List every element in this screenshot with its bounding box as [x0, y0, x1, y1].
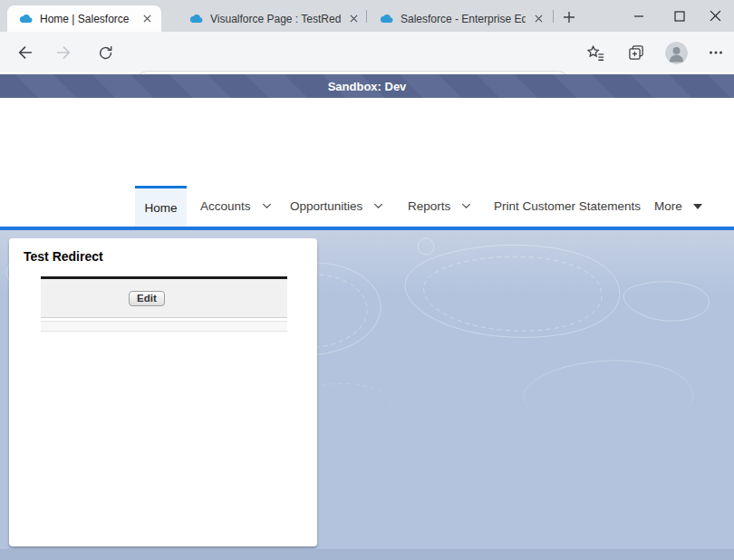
- forward-arrow-icon: [53, 43, 73, 63]
- nav-tab-label: Reports: [408, 199, 450, 213]
- browser-window: Home | Salesforce Visualforce Page : Tes…: [0, 0, 734, 560]
- main-content: Test Redirect Edit: [0, 230, 734, 560]
- nav-tab-label: Accounts: [200, 199, 251, 213]
- tab-visualforce-page[interactable]: Visualforce Page : TestRed: [178, 5, 364, 32]
- home-card: Test Redirect Edit: [9, 238, 317, 546]
- browser-menu-button[interactable]: [703, 40, 729, 65]
- minimize-icon: [633, 11, 644, 22]
- nav-tab-opportunities[interactable]: Opportunities: [290, 186, 383, 227]
- plus-icon: [563, 11, 575, 24]
- forward-button[interactable]: [52, 41, 75, 64]
- triangle-down-icon: [693, 204, 702, 209]
- tab-close-icon[interactable]: [346, 12, 361, 26]
- sandbox-banner: Sandbox: Dev: [0, 74, 734, 98]
- edit-button[interactable]: Edit: [129, 291, 165, 306]
- salesforce-cloud-favicon: [379, 12, 393, 26]
- tab-close-icon[interactable]: [140, 12, 154, 26]
- chevron-down-icon[interactable]: [461, 203, 471, 209]
- lightning-nav-bar: Home Accounts Opportunities Reports Prin…: [0, 186, 734, 227]
- visualforce-sub-strip: [41, 321, 287, 332]
- visualforce-section: Edit: [41, 276, 287, 318]
- refresh-icon: [97, 44, 114, 62]
- tab-title: Home | Salesforce: [40, 13, 134, 25]
- tab-separator: [366, 10, 367, 23]
- tab-separator: [553, 10, 554, 23]
- salesforce-cloud-favicon: [18, 12, 33, 26]
- chevron-down-icon[interactable]: [373, 203, 383, 209]
- salesforce-cloud-favicon: [188, 12, 203, 26]
- nav-more-menu[interactable]: More: [654, 186, 702, 227]
- back-arrow-icon: [15, 43, 35, 63]
- ellipsis-icon: [708, 44, 724, 61]
- nav-tab-label: Home: [144, 201, 177, 215]
- chevron-down-icon[interactable]: [262, 203, 272, 209]
- collections-button[interactable]: [623, 40, 649, 65]
- favorites-star-list-icon: [586, 43, 605, 63]
- tab-title: Visualforce Page : TestRed: [210, 13, 341, 25]
- maximize-icon: [674, 11, 685, 22]
- tab-home-salesforce[interactable]: Home | Salesforce: [7, 5, 161, 32]
- browser-toolbar: https://cs34.lightning.force.com/lightni…: [0, 32, 734, 72]
- window-minimize-button[interactable]: [618, 0, 659, 32]
- tab-salesforce-enterprise[interactable]: Salesforce - Enterprise Ed: [370, 5, 549, 32]
- nav-tab-home[interactable]: Home: [135, 186, 187, 227]
- tab-close-icon[interactable]: [531, 12, 546, 26]
- nav-tab-label: Opportunities: [290, 199, 362, 213]
- window-close-button[interactable]: [695, 0, 734, 32]
- tab-strip: Home | Salesforce Visualforce Page : Tes…: [0, 0, 734, 32]
- profile-button[interactable]: [663, 40, 689, 65]
- nav-tab-accounts[interactable]: Accounts: [200, 186, 272, 227]
- collections-icon: [627, 43, 645, 62]
- close-icon: [710, 10, 721, 22]
- tab-title: Salesforce - Enterprise Ed: [401, 13, 526, 25]
- refresh-button[interactable]: [93, 41, 117, 64]
- nav-tab-label: More: [654, 199, 682, 213]
- favorites-button[interactable]: [583, 40, 608, 65]
- back-button[interactable]: [14, 41, 37, 64]
- sandbox-banner-text: Sandbox: Dev: [328, 80, 407, 93]
- nav-tab-print-customer-statements[interactable]: Print Customer Statements: [494, 186, 641, 227]
- card-title: Test Redirect: [24, 249, 103, 264]
- new-tab-button[interactable]: [558, 7, 580, 27]
- profile-avatar-icon: [665, 42, 688, 64]
- nav-tab-reports[interactable]: Reports: [408, 186, 471, 227]
- nav-tab-label: Print Customer Statements: [494, 199, 641, 213]
- salesforce-header: ★ ? All: [0, 98, 734, 186]
- bottom-strip: [0, 549, 734, 560]
- window-maximize-button[interactable]: [659, 0, 700, 32]
